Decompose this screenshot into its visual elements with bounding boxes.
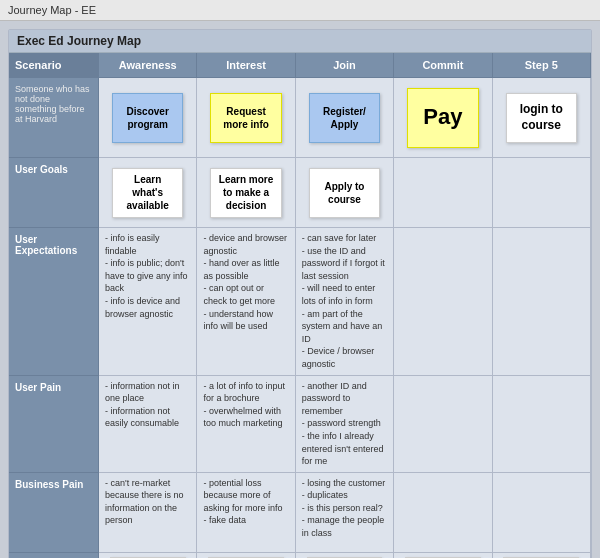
- goals-join-cell: Apply to course: [296, 158, 394, 228]
- row-label-goals: User Goals: [9, 158, 99, 228]
- row-label-opportunities: Opportunities: [9, 553, 99, 558]
- col-header-scenario: Scenario: [9, 53, 99, 78]
- goals-awareness-cell: Learn what's available: [99, 158, 197, 228]
- row-label-expectations: User Expectations: [9, 228, 99, 376]
- goals-commit-cell: [394, 158, 492, 228]
- opp-join-cell: [296, 553, 394, 558]
- scenario-step5-note: login to course: [506, 93, 578, 143]
- scenario-interest-cell: Request more info: [197, 78, 295, 158]
- col-header-step5: Step 5: [493, 53, 591, 78]
- goals-awareness-note: Learn what's available: [112, 168, 184, 218]
- col-header-awareness: Awareness: [99, 53, 197, 78]
- pain-join-cell: another ID and password to remember pass…: [296, 376, 394, 473]
- biz-interest-cell: potential loss because more of asking fo…: [197, 473, 295, 553]
- opp-commit-cell: [394, 553, 492, 558]
- pain-step5-cell: [493, 376, 591, 473]
- row-label-pain: User Pain: [9, 376, 99, 473]
- biz-awareness-cell: can't re-market because there is no info…: [99, 473, 197, 553]
- scenario-join-note: Register/ Apply: [309, 93, 381, 143]
- col-header-interest: Interest: [197, 53, 295, 78]
- opp-step5-cell: [493, 553, 591, 558]
- goals-interest-cell: Learn more to make a decision: [197, 158, 295, 228]
- row-label-scenario: Someone who has not done something befor…: [9, 78, 99, 158]
- biz-join-cell: losing the customer duplicates is this p…: [296, 473, 394, 553]
- scenario-step5-cell: login to course: [493, 78, 591, 158]
- title-bar: Journey Map - EE: [0, 0, 600, 21]
- expectations-awareness-cell: info is easily findable info is public; …: [99, 228, 197, 376]
- scenario-commit-note: Pay: [407, 88, 479, 148]
- col-header-join: Join: [296, 53, 394, 78]
- scenario-awareness-cell: Discover program: [99, 78, 197, 158]
- opp-awareness-cell: [99, 553, 197, 558]
- row-label-biz-pain: Business Pain: [9, 473, 99, 553]
- expectations-interest-cell: device and browser agnostic hand over as…: [197, 228, 295, 376]
- biz-step5-cell: [493, 473, 591, 553]
- pain-interest-cell: a lot of info to input for a brochure ov…: [197, 376, 295, 473]
- goals-interest-note: Learn more to make a decision: [210, 168, 282, 218]
- opp-interest-cell: [197, 553, 295, 558]
- expectations-join-cell: can save for later use the ID and passwo…: [296, 228, 394, 376]
- pain-awareness-cell: information not in one place information…: [99, 376, 197, 473]
- biz-commit-cell: [394, 473, 492, 553]
- expectations-step5-cell: [493, 228, 591, 376]
- scenario-join-cell: Register/ Apply: [296, 78, 394, 158]
- goals-step5-cell: [493, 158, 591, 228]
- goals-join-note: Apply to course: [309, 168, 381, 218]
- pain-commit-cell: [394, 376, 492, 473]
- scenario-commit-cell: Pay: [394, 78, 492, 158]
- window-title: Journey Map - EE: [8, 4, 96, 16]
- map-title: Exec Ed Journey Map: [9, 30, 591, 53]
- scenario-interest-note: Request more info: [210, 93, 282, 143]
- expectations-commit-cell: [394, 228, 492, 376]
- col-header-commit: Commit: [394, 53, 492, 78]
- scenario-awareness-note: Discover program: [112, 93, 184, 143]
